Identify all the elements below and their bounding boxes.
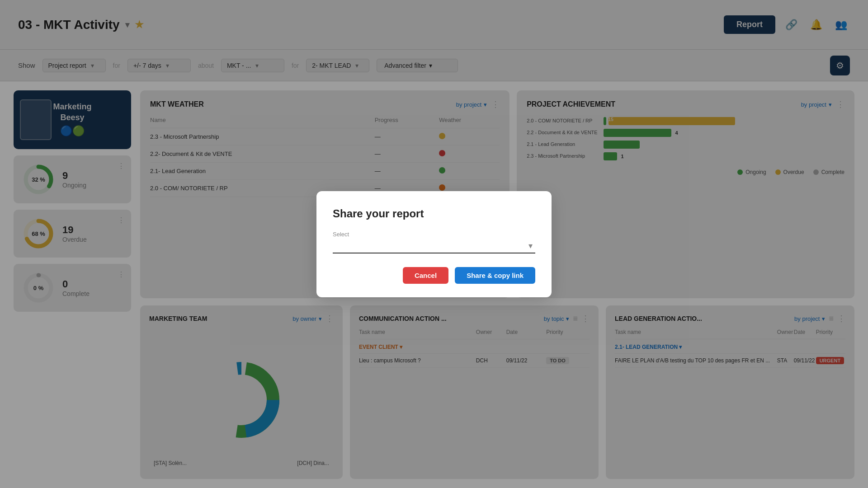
share-report-modal: Share your report Select ▾ Cancel Share …	[316, 191, 552, 297]
modal-title: Share your report	[333, 207, 535, 220]
modal-select-section: Select ▾	[333, 231, 535, 253]
modal-footer: Cancel Share & copy link	[333, 267, 535, 284]
modal-select-label: Select	[333, 231, 535, 238]
modal-overlay[interactable]: Share your report Select ▾ Cancel Share …	[0, 0, 868, 488]
modal-select-input[interactable]	[333, 239, 535, 253]
share-copy-link-button[interactable]: Share & copy link	[455, 267, 535, 284]
cancel-button[interactable]: Cancel	[403, 267, 448, 284]
modal-select-wrapper: ▾	[333, 239, 535, 253]
